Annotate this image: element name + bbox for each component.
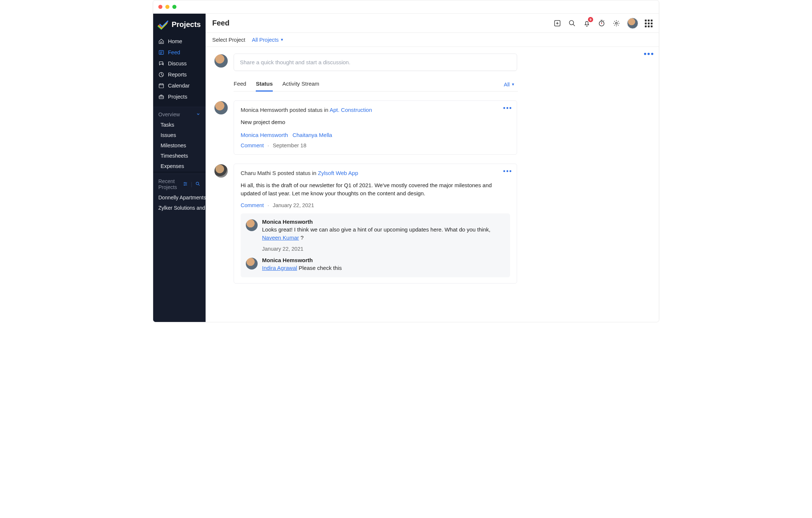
nav-label: Projects [168, 94, 187, 100]
post-card: ••• Charu Mathi S posted status in Zylso… [234, 164, 517, 284]
post-mentions: Monica Hemsworth Chaitanya Mella [241, 132, 510, 138]
sidebar-item-timesheets[interactable]: Timesheets [153, 151, 206, 161]
feed-content: ••• Share a quick thought and start a di… [206, 47, 659, 322]
nav-item-home[interactable]: Home [153, 36, 206, 47]
svg-point-8 [601, 23, 602, 24]
search-icon[interactable] [195, 181, 200, 188]
feed-filter-dropdown[interactable]: All ▼ [504, 82, 518, 88]
nav-item-projects[interactable]: Projects [153, 91, 206, 102]
nav-item-feed[interactable]: Feed [153, 47, 206, 58]
compose-row: Share a quick thought and start a discus… [214, 54, 517, 71]
mention-link[interactable]: Monica Hemsworth [241, 132, 288, 138]
sidebar-overview-header[interactable]: Overview [153, 107, 206, 120]
notifications-button[interactable]: 9 [583, 19, 591, 27]
apps-launcher-button[interactable] [645, 20, 652, 27]
post-date: September 18 [273, 143, 306, 148]
nav-item-reports[interactable]: Reports [153, 69, 206, 80]
sidebar-item-issues[interactable]: Issues [153, 130, 206, 140]
compose-input[interactable]: Share a quick thought and start a discus… [234, 54, 517, 71]
post: ••• Charu Mathi S posted status in Zylso… [214, 164, 517, 284]
nav-label: Discuss [168, 61, 187, 66]
feed-more-menu[interactable]: ••• [644, 49, 654, 59]
discuss-icon [158, 61, 164, 66]
add-button[interactable] [553, 19, 561, 27]
recent-project-item[interactable]: Zylker Solutions and Constr [153, 203, 206, 213]
gear-icon [613, 20, 620, 27]
overview-label: Overview [158, 112, 180, 117]
tab-feed[interactable]: Feed [234, 78, 246, 91]
chevron-down-icon [196, 112, 200, 117]
mention-link[interactable]: Chaitanya Mella [292, 132, 332, 138]
reply-author-avatar [246, 258, 258, 270]
post-menu-button[interactable]: ••• [503, 104, 512, 112]
nav-label: Feed [168, 49, 180, 55]
post-header: Monica Hemsworth posted status in Apt. C… [241, 107, 510, 113]
home-icon [158, 38, 164, 44]
sidebar: Projects Home Feed Discuss Reports [153, 14, 206, 322]
post-project-link[interactable]: Apt. Construction [330, 107, 372, 113]
nav-item-discuss[interactable]: Discuss [153, 58, 206, 69]
mention-link[interactable]: Naveen Kumar [262, 234, 299, 241]
current-user-avatar [214, 54, 228, 68]
post-meta: Comment · January 22, 2021 [241, 202, 510, 208]
window-zoom-button[interactable] [172, 5, 176, 9]
sidebar-item-milestones[interactable]: Milestones [153, 140, 206, 151]
project-selector-dropdown[interactable]: All Projects ▼ [252, 37, 283, 43]
post-body: Hi all, this is the draft of our newslet… [241, 181, 510, 198]
nav-label: Calendar [168, 83, 190, 89]
tab-status[interactable]: Status [256, 78, 273, 92]
feed-filter-value: All [504, 82, 510, 88]
primary-nav: Home Feed Discuss Reports Calendar [153, 34, 206, 104]
reply-date: January 22, 2021 [262, 246, 505, 252]
settings-button[interactable] [612, 19, 620, 27]
mention-link[interactable]: Indira Agrawal [262, 265, 297, 271]
comment-link[interactable]: Comment [241, 143, 264, 148]
feed-tabs-row: Feed Status Activity Stream All ▼ [234, 78, 518, 92]
post-author: Monica Hemsworth [241, 107, 288, 113]
sidebar-item-tasks[interactable]: Tasks [153, 120, 206, 130]
page-title: Feed [212, 19, 230, 27]
post-meta: Comment · September 18 [241, 143, 510, 148]
post-verb: posted status in [278, 170, 316, 176]
tab-activity-stream[interactable]: Activity Stream [282, 78, 319, 91]
window-close-button[interactable] [158, 5, 162, 9]
post-date: January 22, 2021 [273, 202, 314, 208]
project-selector-value: All Projects [252, 37, 279, 43]
brand: Projects [153, 14, 206, 34]
plus-square-icon [554, 20, 561, 27]
main-area: Feed 9 [206, 14, 659, 322]
post-author: Charu Mathi S [241, 170, 276, 176]
reports-icon [158, 72, 164, 78]
reply-thread: Monica Hemsworth Looks great! I think we… [241, 213, 510, 278]
post-author-avatar [214, 101, 228, 114]
search-button[interactable] [568, 19, 576, 27]
recent-label: Recent Projects [158, 178, 183, 190]
timer-button[interactable] [598, 19, 606, 27]
filter-icon[interactable] [183, 181, 188, 188]
reply: Monica Hemsworth Looks great! I think we… [246, 219, 505, 252]
context-bar: Select Project All Projects ▼ [206, 33, 659, 47]
svg-point-9 [616, 22, 617, 24]
post-project-link[interactable]: Zylsoft Web App [318, 170, 358, 176]
window-minimize-button[interactable] [165, 5, 169, 9]
stopwatch-icon [598, 20, 605, 27]
notification-badge: 9 [588, 17, 593, 22]
select-project-label: Select Project [212, 37, 245, 43]
nav-label: Reports [168, 72, 187, 78]
nav-item-calendar[interactable]: Calendar [153, 80, 206, 91]
recent-project-item[interactable]: Donnelly Apartments Const [153, 192, 206, 203]
caret-down-icon: ▼ [280, 38, 284, 42]
topbar-actions: 9 [553, 18, 652, 29]
brand-name: Projects [172, 20, 201, 29]
user-avatar[interactable] [627, 18, 638, 29]
brand-logo-icon [158, 19, 169, 30]
post-menu-button[interactable]: ••• [503, 168, 512, 175]
comment-link[interactable]: Comment [241, 202, 264, 208]
reply-body: Looks great! I think we can also give a … [262, 226, 505, 242]
sidebar-recent-header: Recent Projects | [153, 174, 206, 192]
svg-point-6 [570, 20, 574, 25]
post-verb: posted status in [290, 107, 328, 113]
reply-author-avatar [246, 219, 258, 231]
post-author-avatar [214, 164, 228, 178]
sidebar-item-expenses[interactable]: Expenses [153, 161, 206, 171]
